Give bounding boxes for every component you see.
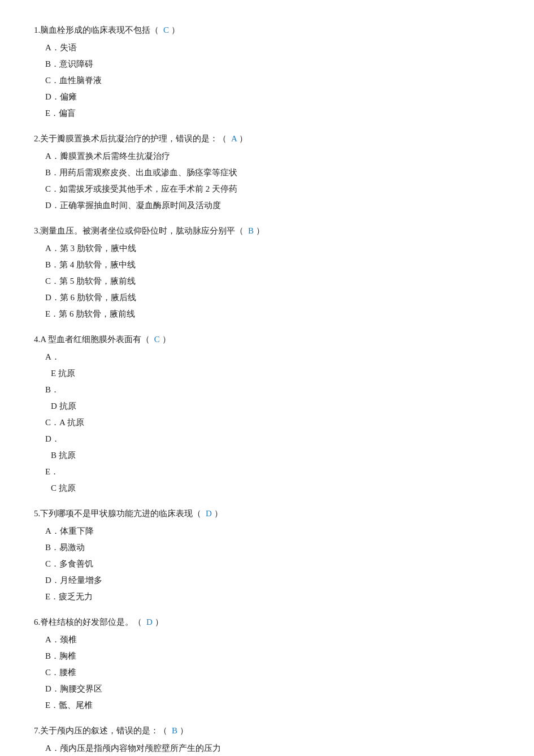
question-4-title: 4.A 型血者红细胞膜外表面有（ C ） [34, 332, 500, 347]
option-6-1: B．胸椎 [45, 649, 500, 664]
question-4: 4.A 型血者红细胞膜外表面有（ C ） A． E 抗原 B． D 抗原 C．A… [34, 332, 500, 496]
option-2-2: C．如需拔牙或接受其他手术，应在手术前 2 天停药 [45, 182, 500, 197]
option-4-D: D． [45, 431, 500, 447]
option-3-1: B．第 4 肋软骨，腋中线 [45, 257, 500, 273]
option-2-1: B．用药后需观察皮炎、出血或渗血、肠痉挛等症状 [45, 165, 500, 180]
question-7-title: 7.关于颅内压的叙述，错误的是：（ B ） [34, 723, 500, 738]
option-4-E-text: C 抗原 [51, 481, 500, 496]
question-7: 7.关于颅内压的叙述，错误的是：（ B ） A．颅内压是指颅内容物对颅腔壁所产生… [34, 723, 500, 756]
option-6-4: E．骶、尾椎 [45, 698, 500, 713]
option-1-4: E．偏盲 [45, 106, 500, 121]
question-3: 3.测量血压。被测者坐位或仰卧位时，肱动脉应分别平（ B ） A．第 3 肋软骨… [34, 223, 500, 322]
question-6-title: 6.脊柱结核的好发部位是。（ D ） [34, 615, 500, 630]
option-4-B-text: D 抗原 [51, 399, 500, 414]
option-5-3: D．月经量增多 [45, 573, 500, 588]
option-6-3: D．胸腰交界区 [45, 681, 500, 697]
question-2: 2.关于瓣膜置换术后抗凝治疗的护理，错误的是：（ A ） A．瓣膜置换术后需终生… [34, 131, 500, 213]
question-1-answer: C [161, 25, 171, 34]
question-4-answer: C [152, 335, 162, 344]
question-2-title: 2.关于瓣膜置换术后抗凝治疗的护理，错误的是：（ A ） [34, 131, 500, 146]
question-7-answer: B [170, 726, 180, 735]
option-5-1: B．易激动 [45, 540, 500, 555]
question-6-answer: D [144, 617, 154, 627]
option-6-2: C．腰椎 [45, 665, 500, 680]
option-4-B: B． [45, 382, 500, 398]
question-1-title: 1.脑血栓形成的临床表现不包括（ C ） [34, 23, 500, 38]
option-1-0: A．失语 [45, 40, 500, 55]
option-3-3: D．第 6 肋软骨，腋后线 [45, 290, 500, 305]
option-4-C: C．A 抗原 [45, 415, 500, 430]
option-5-0: A．体重下降 [45, 524, 500, 539]
option-5-2: C．多食善饥 [45, 556, 500, 572]
question-3-answer: B [246, 226, 256, 235]
option-4-D-text: B 抗原 [51, 448, 500, 463]
question-1: 1.脑血栓形成的临床表现不包括（ C ） A．失语B．意识障碍C．血性脑脊液D．… [34, 23, 500, 121]
option-1-2: C．血性脑脊液 [45, 73, 500, 88]
question-2-answer: A [229, 134, 239, 143]
question-5-answer: D [203, 509, 214, 518]
question-5-title: 5.下列哪项不是甲状腺功能亢进的临床表现（ D ） [34, 506, 500, 521]
option-3-4: E．第 6 肋软骨，腋前线 [45, 306, 500, 322]
option-4-A: A． [45, 349, 500, 365]
option-4-A-text: E 抗原 [51, 366, 500, 381]
option-1-3: D．偏瘫 [45, 89, 500, 105]
question-3-title: 3.测量血压。被测者坐位或仰卧位时，肱动脉应分别平（ B ） [34, 223, 500, 239]
option-3-0: A．第 3 肋软骨，腋中线 [45, 241, 500, 256]
option-3-2: C．第 5 肋软骨，腋前线 [45, 274, 500, 289]
option-2-3: D．正确掌握抽血时间、凝血酶原时间及活动度 [45, 198, 500, 213]
option-5-4: E．疲乏无力 [45, 589, 500, 604]
option-2-0: A．瓣膜置换术后需终生抗凝治疗 [45, 149, 500, 164]
question-6: 6.脊柱结核的好发部位是。（ D ） A．颈椎B．胸椎C．腰椎D．胸腰交界区E．… [34, 615, 500, 713]
option-4-E: E． [45, 464, 500, 479]
option-1-1: B．意识障碍 [45, 57, 500, 72]
question-5: 5.下列哪项不是甲状腺功能亢进的临床表现（ D ） A．体重下降B．易激动C．多… [34, 506, 500, 604]
option-6-0: A．颈椎 [45, 632, 500, 647]
option-7-0: A．颅内压是指颅内容物对颅腔壁所产生的压力 [45, 741, 500, 756]
